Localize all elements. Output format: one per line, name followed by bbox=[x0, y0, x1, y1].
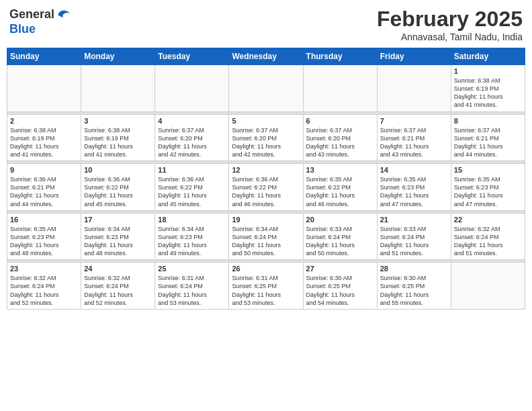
day-number: 15 bbox=[454, 166, 522, 174]
day-info: Sunrise: 6:36 AM Sunset: 6:22 PM Dayligh… bbox=[158, 175, 226, 208]
day-info: Sunrise: 6:38 AM Sunset: 6:19 PM Dayligh… bbox=[10, 126, 78, 159]
calendar-cell bbox=[7, 65, 81, 112]
day-number: 1 bbox=[454, 67, 522, 75]
day-info: Sunrise: 6:30 AM Sunset: 6:25 PM Dayligh… bbox=[306, 274, 374, 307]
day-number: 26 bbox=[232, 265, 300, 273]
calendar-cell: 2Sunrise: 6:38 AM Sunset: 6:19 PM Daylig… bbox=[7, 114, 81, 161]
calendar-cell: 16Sunrise: 6:35 AM Sunset: 6:23 PM Dayli… bbox=[7, 213, 81, 260]
day-number: 7 bbox=[380, 117, 448, 125]
day-info: Sunrise: 6:37 AM Sunset: 6:21 PM Dayligh… bbox=[380, 126, 448, 159]
calendar-week-3: 16Sunrise: 6:35 AM Sunset: 6:23 PM Dayli… bbox=[7, 213, 525, 260]
month-title: February 2025 bbox=[377, 7, 523, 32]
calendar-cell: 3Sunrise: 6:38 AM Sunset: 6:19 PM Daylig… bbox=[81, 114, 155, 161]
day-number: 24 bbox=[84, 265, 152, 273]
calendar-week-4: 23Sunrise: 6:32 AM Sunset: 6:24 PM Dayli… bbox=[7, 263, 525, 310]
day-number: 8 bbox=[454, 117, 522, 125]
day-info: Sunrise: 6:35 AM Sunset: 6:23 PM Dayligh… bbox=[10, 225, 78, 258]
calendar-cell: 11Sunrise: 6:36 AM Sunset: 6:22 PM Dayli… bbox=[155, 164, 229, 211]
day-number: 3 bbox=[84, 117, 152, 125]
day-info: Sunrise: 6:35 AM Sunset: 6:22 PM Dayligh… bbox=[306, 175, 374, 208]
weekday-header-sunday: Sunday bbox=[7, 48, 81, 65]
logo: General Blue bbox=[9, 7, 72, 36]
weekday-header-friday: Friday bbox=[377, 48, 451, 65]
day-number: 14 bbox=[380, 166, 448, 174]
calendar-week-2: 9Sunrise: 6:36 AM Sunset: 6:21 PM Daylig… bbox=[7, 164, 525, 211]
calendar-cell: 25Sunrise: 6:31 AM Sunset: 6:24 PM Dayli… bbox=[155, 263, 229, 310]
calendar-cell: 14Sunrise: 6:35 AM Sunset: 6:23 PM Dayli… bbox=[377, 164, 451, 211]
calendar-cell bbox=[303, 65, 377, 112]
calendar-cell: 24Sunrise: 6:32 AM Sunset: 6:24 PM Dayli… bbox=[81, 263, 155, 310]
day-number: 9 bbox=[10, 166, 78, 174]
calendar-header-row: SundayMondayTuesdayWednesdayThursdayFrid… bbox=[7, 48, 525, 65]
day-number: 11 bbox=[158, 166, 226, 174]
day-info: Sunrise: 6:30 AM Sunset: 6:25 PM Dayligh… bbox=[380, 274, 448, 307]
calendar-table: SundayMondayTuesdayWednesdayThursdayFrid… bbox=[7, 48, 525, 310]
calendar-cell: 27Sunrise: 6:30 AM Sunset: 6:25 PM Dayli… bbox=[303, 263, 377, 310]
calendar-cell: 19Sunrise: 6:34 AM Sunset: 6:24 PM Dayli… bbox=[229, 213, 303, 260]
day-number: 20 bbox=[306, 216, 374, 224]
day-info: Sunrise: 6:36 AM Sunset: 6:22 PM Dayligh… bbox=[84, 175, 152, 208]
day-number: 5 bbox=[232, 117, 300, 125]
day-info: Sunrise: 6:31 AM Sunset: 6:24 PM Dayligh… bbox=[158, 274, 226, 307]
calendar-cell: 28Sunrise: 6:30 AM Sunset: 6:25 PM Dayli… bbox=[377, 263, 451, 310]
day-number: 25 bbox=[158, 265, 226, 273]
day-number: 13 bbox=[306, 166, 374, 174]
calendar-cell: 15Sunrise: 6:35 AM Sunset: 6:23 PM Dayli… bbox=[451, 164, 525, 211]
day-number: 2 bbox=[10, 117, 78, 125]
day-info: Sunrise: 6:38 AM Sunset: 6:19 PM Dayligh… bbox=[84, 126, 152, 159]
calendar-cell bbox=[451, 263, 525, 310]
calendar-cell: 17Sunrise: 6:34 AM Sunset: 6:23 PM Dayli… bbox=[81, 213, 155, 260]
title-block: February 2025 Annavasal, Tamil Nadu, Ind… bbox=[377, 7, 523, 42]
day-info: Sunrise: 6:37 AM Sunset: 6:20 PM Dayligh… bbox=[158, 126, 226, 159]
day-info: Sunrise: 6:38 AM Sunset: 6:19 PM Dayligh… bbox=[454, 77, 522, 109]
calendar-cell: 4Sunrise: 6:37 AM Sunset: 6:20 PM Daylig… bbox=[155, 114, 229, 161]
day-number: 23 bbox=[10, 265, 78, 273]
day-number: 4 bbox=[158, 117, 226, 125]
weekday-header-monday: Monday bbox=[81, 48, 155, 65]
day-info: Sunrise: 6:34 AM Sunset: 6:23 PM Dayligh… bbox=[158, 225, 226, 258]
weekday-header-tuesday: Tuesday bbox=[155, 48, 229, 65]
day-info: Sunrise: 6:34 AM Sunset: 6:24 PM Dayligh… bbox=[232, 225, 300, 258]
day-info: Sunrise: 6:37 AM Sunset: 6:21 PM Dayligh… bbox=[454, 126, 522, 159]
day-number: 6 bbox=[306, 117, 374, 125]
calendar-cell: 13Sunrise: 6:35 AM Sunset: 6:22 PM Dayli… bbox=[303, 164, 377, 211]
day-info: Sunrise: 6:34 AM Sunset: 6:23 PM Dayligh… bbox=[84, 225, 152, 258]
calendar-week-1: 2Sunrise: 6:38 AM Sunset: 6:19 PM Daylig… bbox=[7, 114, 525, 161]
day-info: Sunrise: 6:32 AM Sunset: 6:24 PM Dayligh… bbox=[84, 274, 152, 307]
day-info: Sunrise: 6:33 AM Sunset: 6:24 PM Dayligh… bbox=[380, 225, 448, 258]
calendar-cell: 23Sunrise: 6:32 AM Sunset: 6:24 PM Dayli… bbox=[7, 263, 81, 310]
calendar-cell: 21Sunrise: 6:33 AM Sunset: 6:24 PM Dayli… bbox=[377, 213, 451, 260]
calendar-cell: 26Sunrise: 6:31 AM Sunset: 6:25 PM Dayli… bbox=[229, 263, 303, 310]
weekday-header-wednesday: Wednesday bbox=[229, 48, 303, 65]
calendar-cell: 22Sunrise: 6:32 AM Sunset: 6:24 PM Dayli… bbox=[451, 213, 525, 260]
day-number: 22 bbox=[454, 216, 522, 224]
calendar-cell: 1Sunrise: 6:38 AM Sunset: 6:19 PM Daylig… bbox=[451, 65, 525, 112]
day-info: Sunrise: 6:32 AM Sunset: 6:24 PM Dayligh… bbox=[454, 225, 522, 258]
calendar-cell: 12Sunrise: 6:36 AM Sunset: 6:22 PM Dayli… bbox=[229, 164, 303, 211]
day-info: Sunrise: 6:35 AM Sunset: 6:23 PM Dayligh… bbox=[454, 175, 522, 208]
day-info: Sunrise: 6:32 AM Sunset: 6:24 PM Dayligh… bbox=[10, 274, 78, 307]
day-number: 18 bbox=[158, 216, 226, 224]
day-info: Sunrise: 6:37 AM Sunset: 6:20 PM Dayligh… bbox=[232, 126, 300, 159]
day-info: Sunrise: 6:33 AM Sunset: 6:24 PM Dayligh… bbox=[306, 225, 374, 258]
calendar-cell bbox=[377, 65, 451, 112]
weekday-header-saturday: Saturday bbox=[451, 48, 525, 65]
calendar-cell: 20Sunrise: 6:33 AM Sunset: 6:24 PM Dayli… bbox=[303, 213, 377, 260]
calendar-cell: 6Sunrise: 6:37 AM Sunset: 6:20 PM Daylig… bbox=[303, 114, 377, 161]
day-number: 21 bbox=[380, 216, 448, 224]
logo-bird-icon bbox=[55, 7, 71, 23]
page-header: General Blue February 2025 Annavasal, Ta… bbox=[7, 7, 525, 42]
day-number: 10 bbox=[84, 166, 152, 174]
day-info: Sunrise: 6:36 AM Sunset: 6:21 PM Dayligh… bbox=[10, 175, 78, 208]
logo-general: General bbox=[9, 7, 54, 21]
day-info: Sunrise: 6:35 AM Sunset: 6:23 PM Dayligh… bbox=[380, 175, 448, 208]
calendar-cell: 8Sunrise: 6:37 AM Sunset: 6:21 PM Daylig… bbox=[451, 114, 525, 161]
calendar-cell: 10Sunrise: 6:36 AM Sunset: 6:22 PM Dayli… bbox=[81, 164, 155, 211]
calendar-cell: 9Sunrise: 6:36 AM Sunset: 6:21 PM Daylig… bbox=[7, 164, 81, 211]
day-info: Sunrise: 6:37 AM Sunset: 6:20 PM Dayligh… bbox=[306, 126, 374, 159]
calendar-cell bbox=[229, 65, 303, 112]
calendar-week-0: 1Sunrise: 6:38 AM Sunset: 6:19 PM Daylig… bbox=[7, 65, 525, 112]
calendar-cell bbox=[81, 65, 155, 112]
day-number: 19 bbox=[232, 216, 300, 224]
logo-blue: Blue bbox=[9, 22, 36, 36]
